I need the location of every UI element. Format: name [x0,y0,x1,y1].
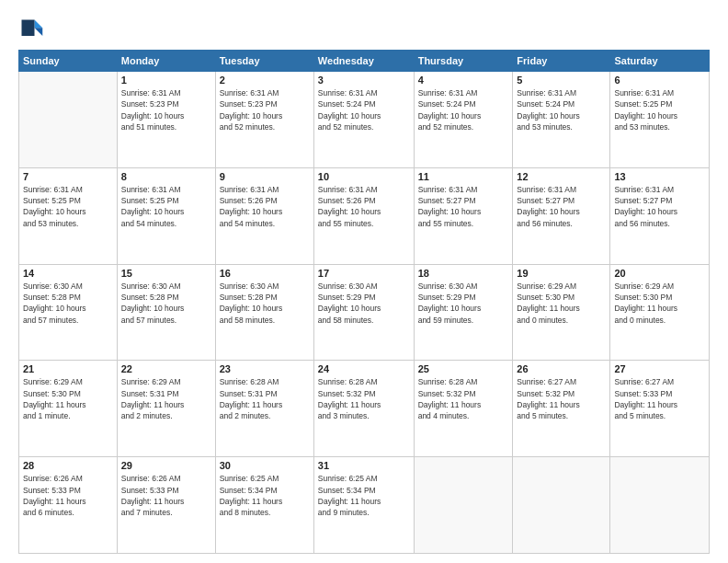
calendar-cell: 26Sunrise: 6:27 AMSunset: 5:32 PMDayligh… [513,361,610,457]
day-number: 13 [614,171,705,182]
calendar-cell: 18Sunrise: 6:30 AMSunset: 5:29 PMDayligh… [414,264,513,361]
calendar-cell: 15Sunrise: 6:30 AMSunset: 5:28 PMDayligh… [117,264,215,361]
calendar-cell: 5Sunrise: 6:31 AMSunset: 5:24 PMDaylight… [513,72,610,168]
day-info: Sunrise: 6:31 AMSunset: 5:24 PMDaylight:… [318,87,410,132]
day-number: 15 [121,268,211,279]
day-info: Sunrise: 6:29 AMSunset: 5:30 PMDaylight:… [614,281,705,326]
day-number: 22 [121,363,211,374]
calendar-cell: 13Sunrise: 6:31 AMSunset: 5:27 PMDayligh… [610,167,710,264]
day-number: 12 [517,171,606,182]
day-info: Sunrise: 6:31 AMSunset: 5:26 PMDaylight:… [220,184,310,229]
day-number: 28 [23,460,113,471]
day-number: 11 [418,171,509,182]
day-info: Sunrise: 6:30 AMSunset: 5:28 PMDaylight:… [23,281,113,326]
day-number: 31 [318,460,410,471]
day-number: 29 [121,460,211,471]
col-header-thursday: Thursday [414,51,513,72]
day-info: Sunrise: 6:29 AMSunset: 5:30 PMDaylight:… [517,281,606,326]
day-number: 26 [517,363,606,374]
calendar-cell: 23Sunrise: 6:28 AMSunset: 5:31 PMDayligh… [215,361,313,457]
day-number: 9 [220,171,310,182]
logo [18,17,48,42]
day-info: Sunrise: 6:31 AMSunset: 5:26 PMDaylight:… [318,184,410,229]
day-number: 16 [220,268,310,279]
calendar-cell [513,457,610,554]
calendar-cell: 16Sunrise: 6:30 AMSunset: 5:28 PMDayligh… [215,264,313,361]
day-info: Sunrise: 6:31 AMSunset: 5:27 PMDaylight:… [614,184,705,229]
day-info: Sunrise: 6:28 AMSunset: 5:31 PMDaylight:… [220,376,310,421]
calendar-cell: 28Sunrise: 6:26 AMSunset: 5:33 PMDayligh… [19,457,118,554]
day-number: 18 [418,268,509,279]
day-info: Sunrise: 6:26 AMSunset: 5:33 PMDaylight:… [23,473,113,518]
day-info: Sunrise: 6:31 AMSunset: 5:24 PMDaylight:… [418,87,509,132]
day-number: 1 [121,75,211,86]
logo-icon [18,17,44,42]
calendar-cell [414,457,513,554]
calendar-cell: 11Sunrise: 6:31 AMSunset: 5:27 PMDayligh… [414,167,513,264]
calendar-cell: 3Sunrise: 6:31 AMSunset: 5:24 PMDaylight… [313,72,414,168]
day-number: 24 [318,363,410,374]
calendar-week-row: 28Sunrise: 6:26 AMSunset: 5:33 PMDayligh… [19,457,710,554]
calendar-cell: 6Sunrise: 6:31 AMSunset: 5:25 PMDaylight… [610,72,710,168]
day-info: Sunrise: 6:31 AMSunset: 5:24 PMDaylight:… [517,87,606,132]
day-number: 27 [614,363,705,374]
svg-marker-0 [35,20,43,29]
calendar-cell: 17Sunrise: 6:30 AMSunset: 5:29 PMDayligh… [313,264,414,361]
day-info: Sunrise: 6:30 AMSunset: 5:28 PMDaylight:… [220,281,310,326]
day-info: Sunrise: 6:26 AMSunset: 5:33 PMDaylight:… [121,473,211,518]
day-info: Sunrise: 6:28 AMSunset: 5:32 PMDaylight:… [318,376,410,421]
svg-rect-2 [22,20,35,37]
calendar-cell: 31Sunrise: 6:25 AMSunset: 5:34 PMDayligh… [313,457,414,554]
calendar-cell: 22Sunrise: 6:29 AMSunset: 5:31 PMDayligh… [117,361,215,457]
day-info: Sunrise: 6:25 AMSunset: 5:34 PMDaylight:… [318,473,410,518]
day-number: 6 [614,75,705,86]
day-number: 8 [121,171,211,182]
day-info: Sunrise: 6:29 AMSunset: 5:30 PMDaylight:… [23,376,113,421]
day-info: Sunrise: 6:30 AMSunset: 5:29 PMDaylight:… [318,281,410,326]
header [18,17,710,42]
day-number: 23 [220,363,310,374]
calendar-week-row: 14Sunrise: 6:30 AMSunset: 5:28 PMDayligh… [19,264,710,361]
day-info: Sunrise: 6:31 AMSunset: 5:25 PMDaylight:… [23,184,113,229]
day-info: Sunrise: 6:29 AMSunset: 5:31 PMDaylight:… [121,376,211,421]
day-number: 7 [23,171,113,182]
day-info: Sunrise: 6:31 AMSunset: 5:25 PMDaylight:… [121,184,211,229]
calendar-cell: 19Sunrise: 6:29 AMSunset: 5:30 PMDayligh… [513,264,610,361]
svg-marker-1 [35,28,43,36]
calendar-cell: 30Sunrise: 6:25 AMSunset: 5:34 PMDayligh… [215,457,313,554]
day-number: 25 [418,363,509,374]
calendar-week-row: 7Sunrise: 6:31 AMSunset: 5:25 PMDaylight… [19,167,710,264]
calendar-cell: 10Sunrise: 6:31 AMSunset: 5:26 PMDayligh… [313,167,414,264]
calendar-header-row: SundayMondayTuesdayWednesdayThursdayFrid… [19,51,710,72]
day-info: Sunrise: 6:27 AMSunset: 5:33 PMDaylight:… [614,376,705,421]
calendar-cell: 27Sunrise: 6:27 AMSunset: 5:33 PMDayligh… [610,361,710,457]
calendar-cell: 12Sunrise: 6:31 AMSunset: 5:27 PMDayligh… [513,167,610,264]
calendar-cell: 25Sunrise: 6:28 AMSunset: 5:32 PMDayligh… [414,361,513,457]
calendar-cell: 24Sunrise: 6:28 AMSunset: 5:32 PMDayligh… [313,361,414,457]
day-info: Sunrise: 6:28 AMSunset: 5:32 PMDaylight:… [418,376,509,421]
day-number: 17 [318,268,410,279]
day-number: 20 [614,268,705,279]
day-info: Sunrise: 6:27 AMSunset: 5:32 PMDaylight:… [517,376,606,421]
day-number: 2 [220,75,310,86]
day-info: Sunrise: 6:31 AMSunset: 5:27 PMDaylight:… [418,184,509,229]
col-header-monday: Monday [117,51,215,72]
calendar-week-row: 1Sunrise: 6:31 AMSunset: 5:23 PMDaylight… [19,72,710,168]
col-header-friday: Friday [513,51,610,72]
day-info: Sunrise: 6:25 AMSunset: 5:34 PMDaylight:… [220,473,310,518]
calendar-cell: 4Sunrise: 6:31 AMSunset: 5:24 PMDaylight… [414,72,513,168]
calendar-table: SundayMondayTuesdayWednesdayThursdayFrid… [18,50,710,554]
calendar-cell: 8Sunrise: 6:31 AMSunset: 5:25 PMDaylight… [117,167,215,264]
day-info: Sunrise: 6:31 AMSunset: 5:27 PMDaylight:… [517,184,606,229]
day-number: 21 [23,363,113,374]
day-number: 4 [418,75,509,86]
day-info: Sunrise: 6:31 AMSunset: 5:23 PMDaylight:… [121,87,211,132]
day-info: Sunrise: 6:30 AMSunset: 5:29 PMDaylight:… [418,281,509,326]
col-header-saturday: Saturday [610,51,710,72]
day-number: 5 [517,75,606,86]
day-number: 19 [517,268,606,279]
calendar-cell: 20Sunrise: 6:29 AMSunset: 5:30 PMDayligh… [610,264,710,361]
col-header-tuesday: Tuesday [215,51,313,72]
day-number: 10 [318,171,410,182]
calendar-cell: 9Sunrise: 6:31 AMSunset: 5:26 PMDaylight… [215,167,313,264]
